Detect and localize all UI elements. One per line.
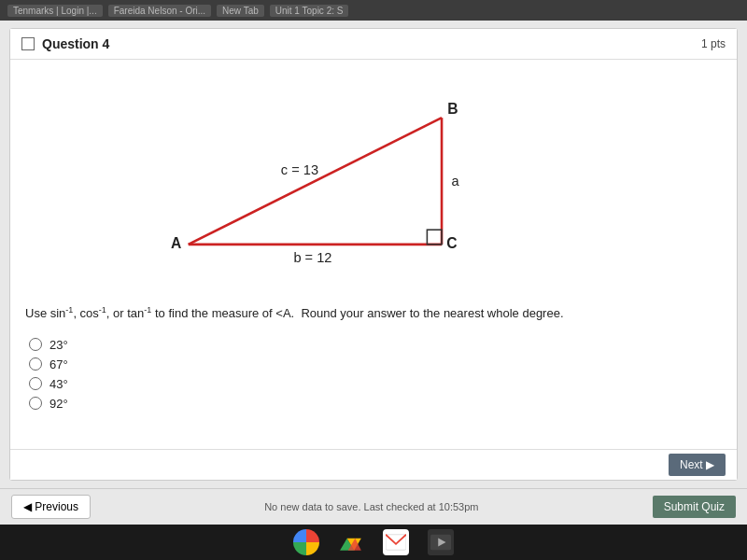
svg-text:C: C: [446, 235, 457, 251]
svg-rect-3: [427, 230, 442, 245]
answer-options: 23° 67° 43° 92°: [29, 338, 722, 411]
question-checkbox[interactable]: [21, 37, 35, 50]
radio-2[interactable]: [29, 357, 42, 371]
chrome-icon[interactable]: [293, 529, 319, 555]
question-header: Question 4 1 pts: [10, 29, 737, 60]
previous-button[interactable]: ◀ Previous: [11, 495, 91, 519]
answer-option-3[interactable]: 43°: [29, 377, 722, 391]
svg-text:b = 12: b = 12: [293, 250, 331, 265]
browser-bar: Tenmarks | Login |... Fareida Nelson - O…: [0, 0, 747, 21]
status-text: No new data to save. Last checked at 10:…: [264, 501, 478, 512]
question-points: 1 pts: [701, 37, 726, 50]
svg-text:B: B: [447, 101, 458, 117]
answer-label-1: 23°: [49, 338, 68, 352]
answer-label-3: 43°: [49, 377, 68, 391]
tab-unit1[interactable]: Unit 1 Topic 2: S: [270, 5, 349, 17]
answer-option-2[interactable]: 67°: [29, 357, 722, 371]
main-content: Question 4 1 pts A B: [0, 21, 747, 525]
triangle-diagram: A B C c = 13 b = 12 a: [25, 69, 722, 293]
radio-4[interactable]: [29, 397, 42, 410]
answer-label-4: 92°: [49, 397, 68, 411]
video-icon[interactable]: [428, 529, 454, 555]
svg-text:c = 13: c = 13: [281, 162, 318, 177]
submit-quiz-button[interactable]: Submit Quiz: [653, 496, 736, 518]
answer-label-2: 67°: [49, 357, 68, 371]
gmail-icon[interactable]: [383, 529, 409, 555]
radio-3[interactable]: [29, 377, 42, 390]
answer-option-4[interactable]: 92°: [29, 397, 722, 411]
quiz-container: Question 4 1 pts A B: [9, 28, 738, 481]
answer-option-1[interactable]: 23°: [29, 338, 722, 352]
tab-fareida[interactable]: Fareida Nelson - Ori...: [108, 5, 211, 17]
question-title: Question 4: [42, 36, 109, 51]
svg-text:A: A: [171, 235, 181, 251]
taskbar: [0, 525, 747, 560]
svg-text:a: a: [451, 174, 459, 189]
question-body: A B C c = 13 b = 12 a Use sin-1, cos-1, …: [10, 60, 737, 449]
question-header-left: Question 4: [21, 36, 109, 51]
radio-1[interactable]: [29, 338, 42, 351]
tab-tenmarks[interactable]: Tenmarks | Login |...: [7, 5, 103, 17]
drive-icon[interactable]: [338, 529, 364, 555]
tab-newtab[interactable]: New Tab: [217, 5, 264, 17]
question-text: Use sin-1, cos-1, or tan-1 to find the m…: [25, 304, 722, 323]
svg-line-0: [189, 118, 442, 245]
nav-area: Next ▶: [10, 449, 737, 480]
diagram-container: A B C c = 13 b = 12 a: [25, 69, 722, 293]
next-button[interactable]: Next ▶: [669, 454, 726, 476]
bottom-bar: ◀ Previous No new data to save. Last che…: [0, 488, 747, 525]
